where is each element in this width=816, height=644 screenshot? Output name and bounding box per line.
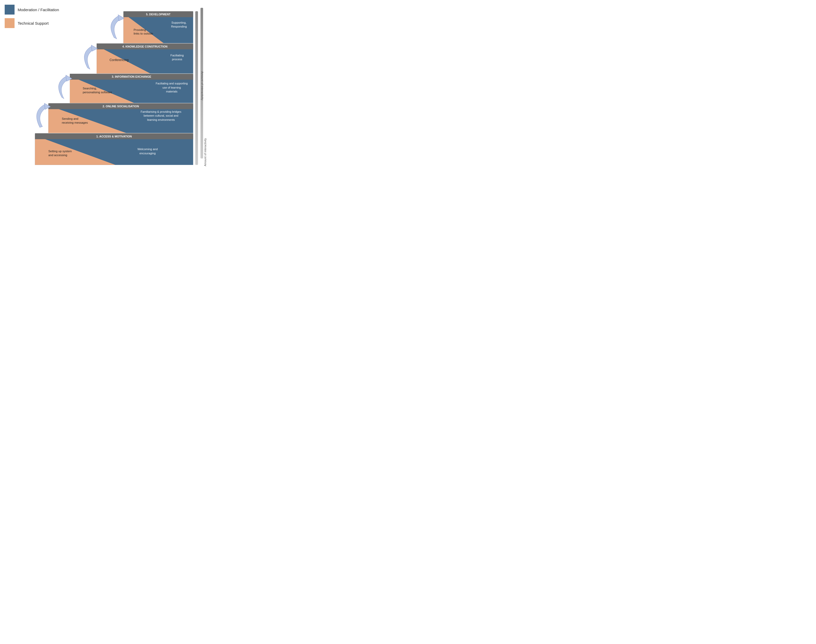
interactivity-text: Amount of interactivity	[201, 71, 204, 101]
stage3-mod3: materials	[166, 90, 178, 93]
arrow-3	[84, 45, 97, 69]
stage2-header: 2. ONLINE SOCIALISATION	[103, 105, 139, 108]
legend-color-blue	[5, 5, 15, 15]
stage2-technical2: receiving messages	[62, 121, 88, 124]
stage2-mod1: Familiarising & providing bridges	[141, 110, 182, 113]
svg-marker-17	[91, 45, 97, 51]
stage1-header: 1. ACCESS & MOTIVATION	[96, 135, 132, 138]
stage1-technical2: and accessing	[48, 153, 67, 156]
stage2-mod3: learning environments	[147, 118, 175, 121]
stage5-mod2: Responding	[171, 25, 187, 28]
stage1-moderation2: encouraging	[139, 152, 156, 155]
stage5-technical1: Providing	[134, 28, 146, 31]
arrow-4	[111, 15, 124, 39]
stage5-technical2: links to outside	[134, 32, 153, 35]
svg-rect-19	[195, 11, 198, 165]
stage4-header: 4. KNOWLEDGE CONSTRUCTION	[122, 45, 167, 48]
stage3-technical: Searching,	[83, 87, 96, 90]
stage2-mod2: between cultural, social and	[144, 114, 178, 117]
stage4-mod2: process	[172, 58, 182, 61]
stage1-moderation: Welcoming and	[138, 147, 158, 151]
legend-color-orange	[5, 18, 15, 28]
stage3-header: 3. INFORMATION EXCHANGE	[112, 75, 151, 78]
svg-marker-18	[118, 15, 124, 21]
main-diagram: 1. ACCESS & MOTIVATION Setting up system…	[34, 0, 208, 166]
stage3-mod2: use of learning	[162, 86, 181, 89]
stage3-technical2: personalising software	[83, 90, 112, 94]
stage5-header: 5. DEVELOPMENT	[146, 13, 171, 16]
stage4-technical: Conferencing	[110, 58, 129, 62]
diagram-area: 1. ACCESS & MOTIVATION Setting up system…	[34, 0, 208, 166]
stage2-technical: Sending and	[62, 117, 78, 120]
stage1-technical: Setting up system	[48, 150, 72, 153]
stage4-mod1: Faciliating	[170, 54, 184, 57]
stage5-mod1: Supporting,	[171, 21, 187, 24]
stage3-mod1: Faciliating and supporting	[156, 82, 187, 85]
